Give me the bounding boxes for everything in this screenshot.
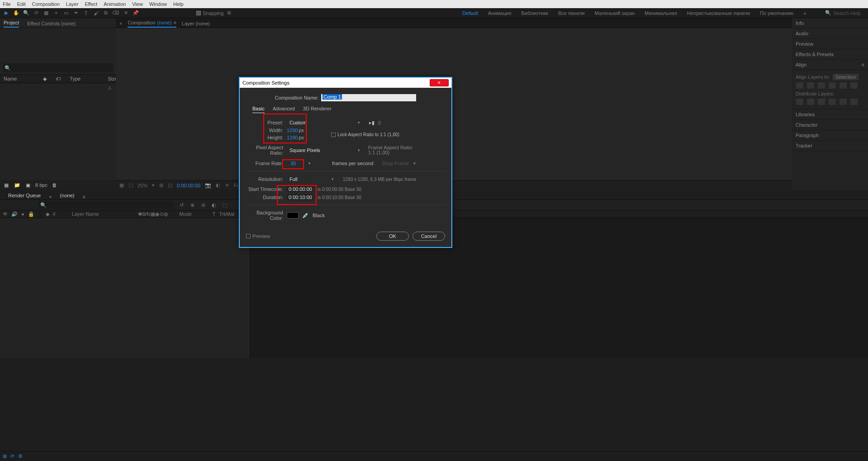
- tab-render-queue[interactable]: Render Queue: [8, 193, 41, 200]
- col-label-icon[interactable]: 🏷: [56, 76, 61, 81]
- preset-delete-icon[interactable]: 🗑: [377, 120, 382, 125]
- height-input[interactable]: 1280: [287, 135, 298, 140]
- col-trkmat[interactable]: TrkMat: [219, 211, 235, 217]
- viewer-zoom[interactable]: 25%: [138, 183, 147, 188]
- panel-character[interactable]: Character: [792, 120, 868, 130]
- col-label-icon[interactable]: ◆: [46, 211, 49, 217]
- tab-effect-controls[interactable]: Effect Controls (none): [27, 21, 76, 28]
- eraser-tool-icon[interactable]: ⌫: [112, 10, 119, 17]
- align-to-dropdown[interactable]: Selection: [833, 74, 859, 80]
- close-tab-icon[interactable]: ×: [119, 21, 122, 28]
- viewer-toggle-icon[interactable]: ▢: [128, 182, 133, 188]
- align-top-icon[interactable]: [828, 82, 836, 89]
- preset-dropdown[interactable]: Custom▾: [287, 119, 363, 126]
- tab-menu-icon[interactable]: ≡: [82, 194, 85, 200]
- col-number[interactable]: #: [53, 211, 56, 217]
- col-audio-icon[interactable]: 🔊: [11, 211, 18, 217]
- dist-top-icon[interactable]: [796, 98, 804, 105]
- lock-aspect-checkbox[interactable]: [331, 133, 336, 137]
- panel-align[interactable]: Align ≡: [792, 60, 868, 70]
- dlg-tab-3drenderer[interactable]: 3D Renderer: [303, 106, 332, 113]
- cancel-button[interactable]: Cancel: [413, 232, 445, 241]
- panel-paragraph[interactable]: Paragraph: [792, 130, 868, 141]
- camera-tool-icon[interactable]: ▦: [43, 10, 50, 17]
- menu-composition[interactable]: Composition: [32, 1, 60, 7]
- dist-hcenter-icon[interactable]: [839, 98, 847, 105]
- trash-icon[interactable]: 🗑: [51, 181, 58, 189]
- dist-bottom-icon[interactable]: [817, 98, 825, 105]
- tl-toolbar-icon-3[interactable]: ⊘: [199, 201, 207, 209]
- zoom-tool-icon[interactable]: 🔍: [23, 10, 30, 17]
- preset-save-icon[interactable]: ▸▮: [369, 120, 375, 126]
- viewer-snapshot-icon[interactable]: 📷: [205, 182, 211, 188]
- start-timecode-input[interactable]: 0:00:00:00: [287, 186, 313, 192]
- pen-tool-icon[interactable]: ✒: [72, 10, 80, 17]
- menu-file[interactable]: File: [3, 1, 11, 7]
- tl-toolbar-icon-4[interactable]: ◐: [210, 201, 218, 209]
- pan-behind-tool-icon[interactable]: ⌖: [52, 10, 60, 17]
- viewer-channel-icon[interactable]: ◐: [216, 182, 220, 188]
- panel-tracker[interactable]: Tracker: [792, 141, 868, 151]
- workspace-allpanels[interactable]: Все панели: [558, 10, 584, 16]
- status-icon-1[interactable]: ⊞: [3, 453, 7, 459]
- bgcolor-swatch[interactable]: [287, 212, 299, 219]
- dlg-tab-advanced[interactable]: Advanced: [273, 106, 295, 113]
- col-eye-icon[interactable]: 👁: [3, 211, 8, 217]
- dist-left-icon[interactable]: [828, 98, 836, 105]
- puppet-tool-icon[interactable]: 📌: [132, 10, 139, 17]
- col-solo-icon[interactable]: ●: [21, 211, 24, 217]
- align-right-icon[interactable]: [817, 82, 825, 89]
- tab-timeline-none[interactable]: (none): [60, 193, 75, 200]
- snapping-magnet-icon[interactable]: ⋐: [226, 10, 233, 17]
- align-bottom-icon[interactable]: [850, 82, 858, 89]
- composition-viewer[interactable]: [116, 28, 792, 180]
- align-left-icon[interactable]: [796, 82, 804, 89]
- workspace-smallscreen[interactable]: Маленький экран: [594, 10, 635, 16]
- interpret-icon[interactable]: ▦: [3, 181, 10, 189]
- viewer-mask-icon[interactable]: ▦: [119, 182, 124, 188]
- type-tool-icon[interactable]: T: [82, 10, 90, 17]
- framerate-dropdown[interactable]: ▾: [306, 161, 328, 166]
- selection-tool-icon[interactable]: ▶: [3, 10, 10, 17]
- align-hcenter-icon[interactable]: [806, 82, 815, 89]
- clone-tool-icon[interactable]: ⧉: [102, 10, 109, 17]
- menu-edit[interactable]: Edit: [17, 1, 26, 7]
- new-comp-icon[interactable]: ▣: [24, 181, 32, 189]
- timeline-layer-area[interactable]: [0, 218, 250, 358]
- workspace-libraries[interactable]: Библиотеки: [521, 10, 548, 16]
- menu-animation[interactable]: Animation: [104, 1, 126, 7]
- timeline-search-input[interactable]: 🔍: [38, 201, 174, 209]
- workspace-minimal[interactable]: Минимальная: [645, 10, 677, 16]
- brush-tool-icon[interactable]: 🖌: [92, 10, 100, 17]
- tl-toolbar-icon-1[interactable]: ↺: [178, 201, 185, 209]
- col-mode[interactable]: Mode: [179, 211, 192, 217]
- dlg-tab-basic[interactable]: Basic: [252, 106, 265, 113]
- align-vcenter-icon[interactable]: [839, 82, 847, 89]
- width-input[interactable]: 1280: [287, 128, 298, 133]
- menu-effect[interactable]: Effect: [85, 1, 97, 7]
- workspace-default[interactable]: Default: [462, 10, 478, 16]
- panel-effects-presets[interactable]: Effects & Presets: [792, 49, 868, 60]
- ok-button[interactable]: OK: [376, 232, 409, 241]
- flowchart-icon[interactable]: ⛬: [107, 85, 112, 90]
- workspace-undocked[interactable]: Непристыкованные панели: [687, 10, 750, 16]
- menu-layer[interactable]: Layer: [66, 1, 79, 7]
- comp-name-input[interactable]: Comp 1: [321, 94, 416, 101]
- workspace-defaultru[interactable]: По умолчанию: [760, 10, 793, 16]
- panel-preview[interactable]: Preview: [792, 39, 868, 49]
- menu-window[interactable]: Window: [149, 1, 167, 7]
- workspace-overflow-icon[interactable]: »: [803, 10, 806, 16]
- status-icon-3[interactable]: ⚙: [18, 453, 23, 459]
- tl-toolbar-icon-5[interactable]: ⬚: [221, 201, 228, 209]
- col-lock-icon[interactable]: 🔒: [28, 211, 34, 217]
- snapping-checkbox[interactable]: [196, 11, 201, 15]
- panel-align-menu-icon[interactable]: ≡: [862, 62, 864, 67]
- col-name[interactable]: Name: [4, 76, 17, 81]
- shape-tool-icon[interactable]: ▭: [62, 10, 70, 17]
- col-type[interactable]: Type: [70, 76, 81, 81]
- col-layer-name[interactable]: Layer Name: [72, 211, 99, 217]
- col-switches-icon[interactable]: ✱⧉/fx▦◉⊙◍: [138, 211, 169, 217]
- bpc-button[interactable]: 8 bpc: [35, 182, 47, 188]
- tab-composition[interactable]: Composition (none) ≡: [128, 20, 176, 28]
- eyedropper-icon[interactable]: 💉: [302, 212, 309, 219]
